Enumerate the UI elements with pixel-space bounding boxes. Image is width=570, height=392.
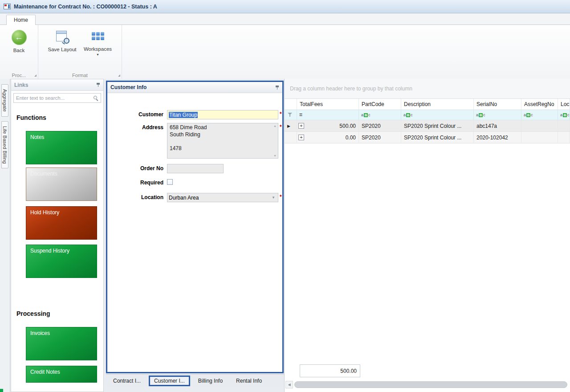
dialog-launcher-icon[interactable] [34, 74, 37, 77]
required-label: Required [107, 178, 163, 186]
partcode-cell: SP2020 [359, 120, 401, 132]
suspend-history-button[interactable]: Suspend History [26, 245, 97, 278]
functions-heading: Functions [16, 114, 46, 121]
save-layout-button[interactable]: Save Layout [46, 29, 78, 71]
hold-history-button[interactable]: Hold History [26, 206, 97, 240]
location-cell [558, 120, 570, 132]
window-title: Maintenance for Contract No. : CO0000012… [14, 4, 157, 10]
tab-billing-info[interactable]: Billing Info [193, 376, 228, 386]
pin-icon[interactable] [275, 85, 279, 90]
search-icon[interactable] [93, 95, 98, 101]
address-value: 658 Dime Road South Riding 1478 [170, 124, 207, 152]
assetregno-cell [521, 120, 558, 132]
serialno-cell: 2020-102042 [474, 132, 521, 143]
required-field-row: Required [107, 178, 282, 186]
totalfees-cell: + 500.00 [297, 120, 359, 132]
side-tab-aggregate[interactable]: Aggregate [1, 84, 8, 117]
group-by-hint: Drag a column header here to group by th… [290, 86, 412, 92]
required-asterisk: * [280, 110, 282, 117]
text-filter-icon: aBc [560, 113, 570, 117]
workspaces-button[interactable]: Workspaces ▼ [82, 29, 114, 71]
documents-button[interactable]: Documents [26, 167, 97, 201]
filter-indicator-cell [285, 110, 297, 120]
grid-header-location[interactable]: Loc... [558, 99, 570, 110]
search-input[interactable] [16, 95, 93, 101]
dropdown-caret-icon: ▼ [96, 53, 99, 56]
grid-header-serialno[interactable]: SerialNo [474, 99, 521, 110]
filter-partcode[interactable]: aBc [359, 110, 401, 120]
filter-assetregno[interactable]: aBc [521, 110, 558, 120]
customer-field-row: Customer Titan Group * [107, 110, 282, 119]
grid-header-totalfees[interactable]: TotalFees [297, 99, 359, 110]
order-no-input[interactable] [167, 164, 224, 173]
tab-rental-info[interactable]: Rental Info [231, 376, 267, 386]
scroll-down-icon[interactable]: ▼ [273, 154, 277, 157]
save-layout-icon [55, 30, 69, 44]
address-input[interactable]: 658 Dime Road South Riding 1478 ▲ ▼ [167, 123, 278, 159]
side-tab-life-based-billing[interactable]: Life Based Billing [1, 121, 8, 168]
totalfees-value: 500.00 [339, 123, 356, 129]
grid-header-row: TotalFees PartCode Description SerialNo … [285, 98, 570, 110]
text-filter-icon: aBc [476, 113, 485, 117]
grid-header-assetregno[interactable]: AssetRegNo [521, 99, 558, 110]
ribbon-body: ← Back Proc... Save Layout [0, 24, 570, 79]
notes-button[interactable]: Notes [26, 131, 97, 164]
expand-row-icon[interactable]: + [298, 123, 304, 129]
grid-filter-row: = aBc aBc aBc aBc aBc [285, 110, 570, 120]
scroll-up-icon[interactable]: ▲ [273, 124, 277, 127]
location-cell [558, 132, 570, 143]
back-label: Back [13, 48, 25, 53]
dialog-launcher-icon[interactable] [118, 74, 120, 77]
partcode-cell: SP2020 [359, 132, 401, 143]
ribbon-tab-strip: Home [0, 13, 570, 24]
scroll-left-icon[interactable]: ◀ [285, 381, 293, 388]
text-filter-icon: aBc [524, 113, 533, 117]
order-no-label: Order No [107, 164, 163, 172]
filter-funnel-icon [288, 113, 292, 117]
assetregno-cell [521, 132, 558, 143]
address-label: Address [107, 123, 163, 131]
back-button[interactable]: ← Back [3, 29, 35, 71]
grid-group-by-band[interactable]: Drag a column header here to group by th… [285, 79, 570, 98]
tab-contract-info[interactable]: Contract I... [108, 376, 146, 386]
required-checkbox[interactable] [167, 179, 173, 185]
filter-location[interactable]: aBc [558, 110, 570, 120]
customer-info-header: Customer Info [107, 82, 282, 93]
grid-row-2[interactable]: + 0.00 SP2020 SP2020 Sprint Colour ... 2… [285, 132, 570, 143]
order-no-field-row: Order No [107, 164, 282, 173]
ribbon: Home ← Back Proc... S [0, 13, 570, 79]
row-indicator-icon: ▶ [287, 124, 290, 128]
filter-serialno[interactable]: aBc [474, 110, 521, 120]
tab-customer-info[interactable]: Customer I... [149, 376, 190, 386]
expand-row-icon[interactable]: + [298, 135, 304, 140]
customer-info-form: Customer Titan Group * Address 658 Dime … [107, 93, 282, 372]
grid-row-1[interactable]: ▶ + 500.00 SP2020 SP2020 Sprint Colour .… [285, 120, 570, 132]
horizontal-scrollbar[interactable]: ◀ [285, 381, 567, 388]
ribbon-tab-home[interactable]: Home [6, 15, 36, 25]
description-cell: SP2020 Sprint Colour ... [401, 132, 474, 143]
location-value: Durban Area [169, 195, 199, 201]
ribbon-group-caption: Format [38, 71, 122, 79]
grid-header-partcode[interactable]: PartCode [359, 99, 401, 110]
pin-icon[interactable] [96, 82, 100, 87]
text-filter-icon: aBc [361, 113, 370, 117]
scrollbar-thumb[interactable] [294, 381, 567, 388]
group-caption-label: Proc... [12, 73, 26, 78]
detail-grid: Drag a column header here to group by th… [284, 79, 570, 392]
customer-input[interactable]: Titan Group [167, 110, 278, 119]
back-icon: ← [12, 30, 27, 45]
filter-totalfees[interactable]: = [297, 110, 359, 120]
workspaces-icon [91, 30, 105, 44]
row-indicator-cell [285, 132, 297, 143]
location-label: Location [107, 193, 163, 200]
invoices-button[interactable]: Invoices [26, 327, 97, 360]
customer-info-highlight-box: Customer Info Customer Titan Group * Add… [106, 81, 284, 373]
location-dropdown[interactable]: Durban Area ▼ [167, 193, 278, 202]
credit-notes-button[interactable]: Credit Notes [26, 366, 97, 383]
filter-description[interactable]: aBc [401, 110, 474, 120]
totalfees-cell: + 0.00 [297, 132, 359, 143]
grid-header-description[interactable]: Description [401, 99, 474, 110]
required-asterisk: * [280, 193, 282, 200]
row-indicator-cell: ▶ [285, 120, 297, 132]
customer-info-title: Customer Info [110, 84, 147, 90]
